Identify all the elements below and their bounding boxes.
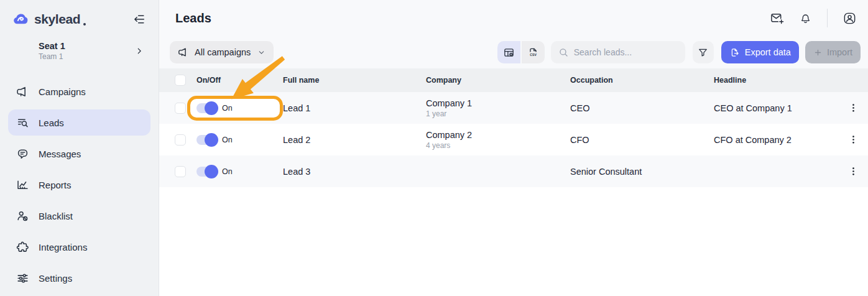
seat-subtitle: Team 1 xyxy=(39,52,65,61)
sidebar-item-campaigns[interactable]: Campaigns xyxy=(8,78,150,104)
megaphone-icon xyxy=(16,85,29,98)
chevron-right-icon xyxy=(135,47,144,55)
company-name: Company 1 xyxy=(426,98,570,108)
cloud-logo-icon xyxy=(12,11,29,27)
collapse-sidebar-icon[interactable] xyxy=(132,12,146,26)
toggle-highlight-box: On xyxy=(187,96,283,121)
brand-dot xyxy=(83,23,86,25)
search-icon xyxy=(558,47,569,58)
table-header: On/Off Full name Company Occupation Head… xyxy=(159,68,868,92)
campaign-filter-dropdown[interactable]: All campaigns xyxy=(170,41,274,63)
view-toggle: CSV xyxy=(497,41,545,63)
row-menu-kebab-icon[interactable] xyxy=(847,102,859,114)
brand-logo: skylead xyxy=(0,0,159,34)
col-header-headline: Headline xyxy=(714,76,847,85)
search-box xyxy=(551,41,685,63)
company-tenure: 1 year xyxy=(426,109,570,118)
svg-text:CSV: CSV xyxy=(530,52,537,56)
sliders-icon xyxy=(16,271,29,285)
company-tenure: 4 years xyxy=(426,141,570,150)
toggle-state-label: On xyxy=(222,136,233,144)
csv-file-icon[interactable]: CSV xyxy=(522,41,545,63)
bell-icon[interactable] xyxy=(799,12,812,25)
company-cell: Company 2 4 years xyxy=(426,130,570,150)
full-name-cell: Lead 2 xyxy=(283,135,426,145)
seat-title: Seat 1 xyxy=(39,41,65,51)
col-header-occupation: Occupation xyxy=(570,76,714,85)
company-cell: Company 1 1 year xyxy=(426,98,570,118)
toggle-highlight-box: On xyxy=(196,135,283,145)
user-blocked-icon xyxy=(16,209,29,223)
megaphone-icon xyxy=(178,47,189,58)
table-row: On Lead 1 Company 1 1 year CEO CEO at Co… xyxy=(159,92,868,124)
table-row: On Lead 2 Company 2 4 years CFO CFO at C… xyxy=(159,124,868,155)
sidebar: skylead Seat 1 Team 1 Campaigns Le xyxy=(0,0,159,296)
sidebar-item-reports[interactable]: Reports xyxy=(8,172,150,198)
top-area: Leads xyxy=(159,0,868,68)
leads-list-search-icon xyxy=(16,116,29,129)
brand-name: skylead xyxy=(34,12,80,27)
toggle-state-label: On xyxy=(222,104,233,113)
table-body: On Lead 1 Company 1 1 year CEO CEO at Co… xyxy=(159,92,868,187)
occupation-cell: CEO xyxy=(570,103,714,113)
sidebar-item-messages[interactable]: Messages xyxy=(8,141,150,167)
full-name-cell: Lead 3 xyxy=(283,167,426,177)
row-checkbox[interactable] xyxy=(175,166,186,177)
chat-bubble-icon xyxy=(16,147,29,160)
mail-plus-icon[interactable] xyxy=(770,11,784,25)
company-name: Company 2 xyxy=(426,130,570,140)
sidebar-item-blacklist[interactable]: Blacklist xyxy=(8,203,150,229)
page-title: Leads xyxy=(175,11,211,25)
filter-funnel-icon[interactable] xyxy=(693,41,714,63)
table-columns-gear-icon[interactable] xyxy=(497,41,520,63)
toolbar: All campaigns xyxy=(159,36,868,68)
chart-icon xyxy=(16,178,29,192)
col-header-company: Company xyxy=(426,76,570,85)
sidebar-item-integrations[interactable]: Integrations xyxy=(8,234,150,260)
select-all-checkbox[interactable] xyxy=(175,75,186,86)
export-data-button[interactable]: Export data xyxy=(721,41,799,63)
chevron-down-icon xyxy=(257,49,265,57)
import-label: Import xyxy=(827,47,852,57)
toggle-knob xyxy=(205,101,218,115)
toggle-knob xyxy=(205,165,218,178)
seat-selector[interactable]: Seat 1 Team 1 xyxy=(0,34,159,62)
topbar: Leads xyxy=(159,0,868,36)
topbar-divider xyxy=(827,9,828,27)
sidebar-item-settings[interactable]: Settings xyxy=(8,265,150,291)
import-button[interactable]: Import xyxy=(805,41,861,63)
toggle-highlight-box: On xyxy=(196,167,283,177)
campaign-filter-label: All campaigns xyxy=(195,47,251,57)
sidebar-item-leads[interactable]: Leads xyxy=(8,109,150,136)
headline-cell: CFO at Company 2 xyxy=(714,135,847,145)
headline-cell: CEO at Company 1 xyxy=(714,103,847,113)
col-header-onoff: On/Off xyxy=(196,76,283,85)
occupation-cell: Senior Consultant xyxy=(570,167,714,177)
toggle-knob xyxy=(205,133,218,147)
export-file-icon xyxy=(729,47,740,58)
app-window: skylead Seat 1 Team 1 Campaigns Le xyxy=(0,0,868,296)
puzzle-icon xyxy=(16,240,29,254)
export-data-label: Export data xyxy=(745,47,791,57)
row-checkbox[interactable] xyxy=(175,103,186,114)
on-off-toggle[interactable] xyxy=(196,167,218,177)
toggle-state-label: On xyxy=(222,167,233,176)
full-name-cell: Lead 1 xyxy=(283,103,426,113)
row-checkbox[interactable] xyxy=(175,134,186,146)
row-menu-kebab-icon[interactable] xyxy=(847,165,859,178)
occupation-cell: CFO xyxy=(570,135,714,145)
search-input[interactable] xyxy=(574,47,678,57)
profile-icon[interactable] xyxy=(843,11,857,25)
on-off-toggle[interactable] xyxy=(196,103,218,113)
plus-icon xyxy=(813,48,823,57)
col-header-full-name: Full name xyxy=(283,76,426,85)
main-content: Leads xyxy=(159,0,868,296)
sidebar-nav: Campaigns Leads Messages Reports Blackli… xyxy=(0,78,159,296)
table-row: On Lead 3 Senior Consultant xyxy=(159,155,868,187)
on-off-toggle[interactable] xyxy=(196,135,218,145)
row-menu-kebab-icon[interactable] xyxy=(847,134,859,146)
